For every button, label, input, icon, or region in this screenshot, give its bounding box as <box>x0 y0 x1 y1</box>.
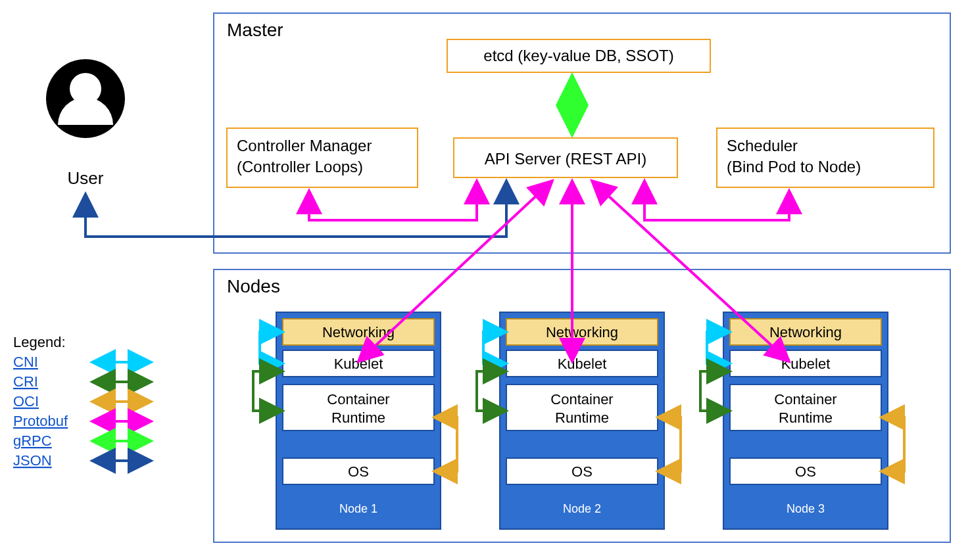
svg-text:Runtime: Runtime <box>779 409 833 426</box>
user-label: User <box>68 168 104 188</box>
node-3: Networking Kubelet Container Runtime OS … <box>700 312 904 529</box>
svg-text:Networking: Networking <box>546 324 618 340</box>
layer-os: OS <box>348 463 369 480</box>
svg-text:OS: OS <box>795 463 816 480</box>
legend-title: Legend: <box>13 334 66 350</box>
legend-link-grpc[interactable]: gRPC <box>13 432 52 449</box>
layer-runtime-l1: Container <box>327 391 389 408</box>
legend-link-oci[interactable]: OCI <box>13 393 39 409</box>
node-1: Networking Kubelet Container Runtime OS … <box>253 312 457 529</box>
layer-kubelet: Kubelet <box>334 356 383 372</box>
controller-manager-l1: Controller Manager <box>237 137 372 154</box>
legend-link-cri[interactable]: CRI <box>13 373 38 390</box>
svg-text:Node 2: Node 2 <box>563 502 601 515</box>
architecture-diagram: User Master etcd (key-value DB, SSOT) Co… <box>0 0 970 560</box>
legend-link-protobuf[interactable]: Protobuf <box>13 413 68 429</box>
svg-text:Kubelet: Kubelet <box>558 356 607 372</box>
svg-text:Runtime: Runtime <box>555 409 609 426</box>
controller-manager-l2: (Controller Loops) <box>237 158 363 175</box>
scheduler-l2: (Bind Pod to Node) <box>727 158 861 175</box>
svg-text:Container: Container <box>774 391 837 408</box>
layer-runtime-l2: Runtime <box>331 409 385 426</box>
legend-link-json[interactable]: JSON <box>13 452 52 469</box>
svg-text:Container: Container <box>550 391 613 408</box>
legend-link-cni[interactable]: CNI <box>13 354 38 370</box>
svg-text:OS: OS <box>571 463 593 480</box>
user-icon <box>46 59 125 138</box>
node-2: Networking Kubelet Container Runtime OS … <box>477 312 681 529</box>
svg-text:Networking: Networking <box>769 324 842 340</box>
node-label: Node 1 <box>339 502 377 515</box>
api-server-label: API Server (REST API) <box>485 150 646 168</box>
etcd-label: etcd (key-value DB, SSOT) <box>483 47 673 64</box>
legend: Legend: CNICRIOCIProtobufgRPCJSON <box>13 334 151 469</box>
nodes-title: Nodes <box>227 276 280 296</box>
scheduler-l1: Scheduler <box>727 137 798 154</box>
arrow-json-user-api <box>85 181 506 237</box>
svg-text:Kubelet: Kubelet <box>781 356 831 372</box>
master-title: Master <box>227 20 283 40</box>
svg-text:Node 3: Node 3 <box>787 502 825 515</box>
